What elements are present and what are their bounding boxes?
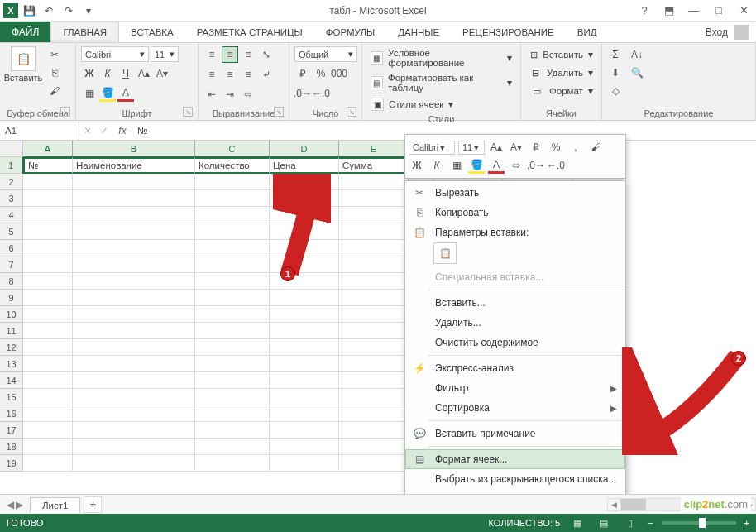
- autosum-icon[interactable]: Σ: [607, 46, 624, 63]
- row-header[interactable]: 17: [0, 422, 23, 439]
- name-box[interactable]: A1: [0, 121, 79, 140]
- decrease-indent-icon[interactable]: ⇤: [203, 86, 220, 103]
- orientation-icon[interactable]: ⤡: [258, 46, 275, 63]
- cell[interactable]: [339, 306, 409, 323]
- cell[interactable]: [23, 240, 73, 256]
- row-header[interactable]: 11: [0, 323, 23, 339]
- cell[interactable]: [23, 190, 73, 207]
- cell[interactable]: [195, 372, 270, 389]
- mini-italic-icon[interactable]: К: [428, 157, 445, 174]
- mini-comma-icon[interactable]: ,: [567, 139, 584, 156]
- row-header[interactable]: 6: [0, 240, 23, 256]
- clear-icon[interactable]: ◇: [607, 83, 624, 99]
- column-header[interactable]: C: [195, 141, 270, 157]
- cell[interactable]: [23, 256, 73, 273]
- cell[interactable]: [73, 190, 195, 207]
- row-header[interactable]: 12: [0, 339, 23, 356]
- zoom-in-icon[interactable]: +: [744, 518, 749, 528]
- cell[interactable]: [195, 356, 270, 372]
- zoom-out-icon[interactable]: −: [648, 518, 653, 528]
- format-painter-icon[interactable]: 🖌: [46, 83, 63, 99]
- cell[interactable]: [73, 273, 195, 290]
- cell[interactable]: №: [23, 157, 73, 174]
- cell[interactable]: [339, 190, 409, 207]
- insert-cells-button[interactable]: ⊞Вставить▾: [526, 46, 596, 63]
- ctx-quick-analysis[interactable]: ⚡Экспресс-анализ: [405, 358, 625, 378]
- cell[interactable]: [270, 339, 339, 356]
- cell[interactable]: [23, 372, 73, 389]
- tab-formulas[interactable]: ФОРМУЛЫ: [314, 22, 386, 42]
- cell[interactable]: [73, 323, 195, 339]
- row-header[interactable]: 5: [0, 223, 23, 240]
- mini-increase-font-icon[interactable]: A▴: [488, 139, 505, 156]
- column-header[interactable]: E: [339, 141, 409, 157]
- cell[interactable]: [195, 273, 270, 290]
- login-label[interactable]: Вход: [706, 26, 728, 38]
- row-header[interactable]: 18: [0, 439, 23, 455]
- cell[interactable]: [73, 455, 195, 472]
- cell[interactable]: [23, 290, 73, 306]
- cell[interactable]: [339, 439, 409, 455]
- cell[interactable]: [23, 356, 73, 372]
- cell[interactable]: [270, 439, 339, 455]
- cell[interactable]: [270, 240, 339, 256]
- cell[interactable]: [195, 190, 270, 207]
- cell[interactable]: [23, 273, 73, 290]
- underline-icon[interactable]: Ч: [117, 65, 134, 82]
- copy-icon[interactable]: ⎘: [46, 65, 63, 81]
- cell[interactable]: [73, 256, 195, 273]
- cell[interactable]: Наименование: [73, 157, 195, 174]
- cell[interactable]: [73, 207, 195, 223]
- font-name-select[interactable]: Calibri▾: [81, 46, 149, 62]
- fx-icon[interactable]: fx: [112, 121, 132, 140]
- cell[interactable]: [270, 174, 339, 190]
- cell[interactable]: [270, 356, 339, 372]
- enter-formula-icon[interactable]: ✓: [96, 125, 112, 137]
- cell[interactable]: [339, 273, 409, 290]
- page-layout-view-icon[interactable]: ▤: [595, 515, 613, 530]
- qat-customize-icon[interactable]: ▾: [79, 2, 98, 20]
- align-top-icon[interactable]: ≡: [203, 46, 220, 63]
- cancel-formula-icon[interactable]: ✕: [79, 125, 96, 137]
- ctx-format-cells[interactable]: ▤Формат ячеек...: [405, 449, 625, 469]
- cell[interactable]: [270, 389, 339, 405]
- page-break-view-icon[interactable]: ▯: [621, 515, 639, 530]
- font-color-icon[interactable]: A: [117, 85, 134, 102]
- select-all-corner[interactable]: [0, 141, 23, 157]
- conditional-format-button[interactable]: ▦Условное форматирование▾: [367, 46, 515, 69]
- row-header[interactable]: 8: [0, 273, 23, 290]
- bold-icon[interactable]: Ж: [81, 65, 98, 82]
- redo-icon[interactable]: ↷: [60, 2, 78, 20]
- alignment-dialog-launcher[interactable]: ↘: [274, 107, 284, 117]
- cell[interactable]: [339, 356, 409, 372]
- cell[interactable]: [339, 323, 409, 339]
- zoom-slider[interactable]: [662, 521, 736, 525]
- cell[interactable]: [270, 223, 339, 240]
- merge-icon[interactable]: ⬄: [240, 86, 256, 103]
- maximize-icon[interactable]: □: [706, 2, 731, 20]
- cell[interactable]: [339, 422, 409, 439]
- cell[interactable]: [73, 372, 195, 389]
- cell[interactable]: [339, 372, 409, 389]
- worksheet-grid[interactable]: ABCDEFJK 12345678910111213141516171819 №…: [0, 141, 756, 472]
- cell[interactable]: [339, 290, 409, 306]
- cell[interactable]: [23, 207, 73, 223]
- cell-styles-button[interactable]: ▣Стили ячеек▾: [367, 96, 515, 113]
- clipboard-dialog-launcher[interactable]: ↘: [60, 107, 70, 117]
- column-header[interactable]: D: [270, 141, 339, 157]
- increase-indent-icon[interactable]: ⇥: [222, 86, 238, 103]
- cell[interactable]: [270, 323, 339, 339]
- fill-icon[interactable]: ⬇: [607, 65, 624, 81]
- cell[interactable]: [73, 389, 195, 405]
- add-sheet-button[interactable]: +: [84, 496, 102, 513]
- cell[interactable]: [195, 290, 270, 306]
- decrease-decimal-icon[interactable]: ←.0: [313, 85, 329, 102]
- mini-decimal-inc-icon[interactable]: .0→: [528, 157, 544, 174]
- number-dialog-launcher[interactable]: ↘: [347, 107, 356, 117]
- cell[interactable]: [270, 290, 339, 306]
- cell[interactable]: [339, 455, 409, 472]
- cell[interactable]: [73, 223, 195, 240]
- row-header[interactable]: 19: [0, 455, 23, 472]
- row-header[interactable]: 7: [0, 256, 23, 273]
- cell[interactable]: [195, 240, 270, 256]
